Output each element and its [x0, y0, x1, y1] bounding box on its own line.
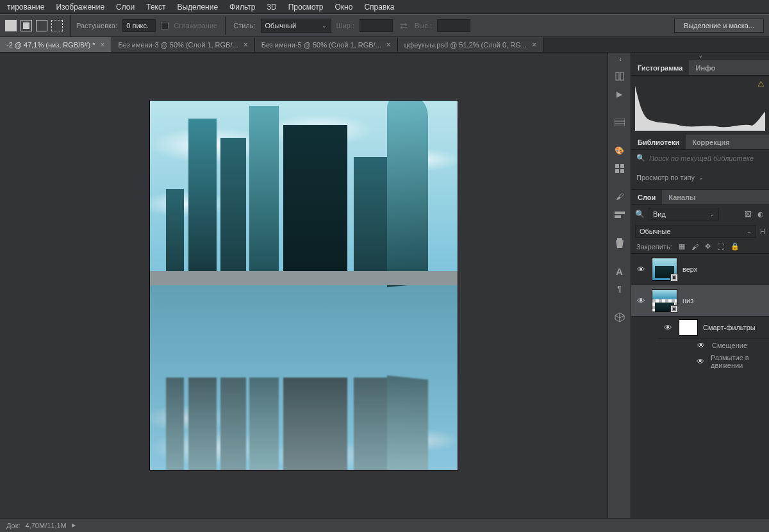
- close-tab-icon[interactable]: ×: [386, 40, 391, 49]
- svg-rect-11: [617, 238, 622, 240]
- layer-visibility-icon[interactable]: 👁: [697, 341, 706, 350]
- menu-item[interactable]: Просмотр: [283, 1, 329, 13]
- histogram-warning-icon[interactable]: ⚠: [756, 79, 765, 88]
- layer-thumbnail[interactable]: ▣: [652, 258, 677, 281]
- document-tab[interactable]: -2 @ 47,1% (низ, RGB/8#) * ×: [0, 37, 112, 52]
- paragraph-panel-icon[interactable]: ¶: [610, 281, 629, 297]
- menu-bar: тирование Изображение Слои Текст Выделен…: [0, 0, 769, 14]
- svg-rect-2: [615, 119, 625, 126]
- close-tab-icon[interactable]: ×: [244, 40, 248, 49]
- document-tab[interactable]: Без имени-5 @ 50% (Слой 1, RGB/... ×: [255, 37, 398, 52]
- close-tab-icon[interactable]: ×: [532, 40, 536, 49]
- layer-name[interactable]: верх: [682, 265, 697, 273]
- layer-visibility-icon[interactable]: 👁: [662, 323, 674, 333]
- menu-item[interactable]: Окно: [329, 1, 359, 13]
- style-select[interactable]: Обычный ⌄: [261, 19, 331, 33]
- 3d-panel-icon[interactable]: [610, 309, 629, 326]
- menu-item[interactable]: Фильтр: [224, 1, 261, 13]
- menu-item[interactable]: Выделение: [171, 1, 224, 13]
- svg-rect-9: [615, 212, 625, 214]
- menu-item[interactable]: Справка: [358, 1, 400, 13]
- clone-source-panel-icon[interactable]: [610, 235, 629, 251]
- filter-image-icon[interactable]: 🖼: [743, 210, 752, 219]
- lock-artboard-icon[interactable]: ⛶: [717, 243, 724, 251]
- style-select-value: Обычный: [265, 22, 297, 29]
- svg-rect-10: [615, 215, 621, 218]
- add-selection-icon[interactable]: [21, 20, 32, 31]
- smart-filter-name: Смещение: [712, 342, 747, 349]
- color-panel-icon[interactable]: 🎨: [610, 142, 629, 159]
- antialias-checkbox[interactable]: [161, 22, 169, 29]
- brush-presets-panel-icon[interactable]: [610, 206, 629, 223]
- height-label: Выс.:: [415, 22, 432, 29]
- new-selection-icon[interactable]: [5, 20, 17, 31]
- svg-rect-6: [620, 164, 624, 168]
- lock-position-icon[interactable]: ✥: [705, 242, 711, 251]
- layer-row[interactable]: 👁 ▣ низ: [631, 285, 769, 317]
- menu-item[interactable]: тирование: [1, 1, 50, 13]
- menu-item[interactable]: Изображение: [50, 1, 110, 13]
- selection-mode-group: [5, 15, 71, 37]
- close-tab-icon[interactable]: ×: [100, 40, 104, 49]
- layer-visibility-icon[interactable]: 👁: [635, 296, 647, 306]
- blend-mode-select[interactable]: Обычные ⌄: [635, 225, 756, 238]
- tab-correction[interactable]: Коррекция: [686, 135, 736, 149]
- options-bar: Растушевка: Сглаживание Стиль: Обычный ⌄…: [0, 14, 769, 37]
- document-tab[interactable]: цфеукыы.psd @ 51,2% (Слой 0, RG... ×: [398, 37, 543, 52]
- swatches-panel-icon[interactable]: [610, 114, 629, 131]
- layer-name[interactable]: низ: [682, 297, 693, 304]
- opacity-label: Н: [760, 228, 765, 235]
- panel-stack: ‹‹ Гистограмма Инфо ⚠ Библиотеки Коррекц…: [631, 53, 769, 518]
- filter-adjustment-icon[interactable]: ◐: [756, 210, 765, 219]
- feather-input[interactable]: [122, 19, 156, 32]
- menu-item[interactable]: 3D: [261, 1, 282, 13]
- character-panel-icon[interactable]: A: [610, 263, 629, 279]
- styles-panel-icon[interactable]: [610, 160, 629, 177]
- library-view-type[interactable]: Просмотр по типу ⌄: [636, 174, 764, 181]
- search-icon: 🔍: [636, 154, 645, 162]
- tab-info[interactable]: Инфо: [689, 60, 722, 75]
- filter-mask-thumbnail[interactable]: [679, 319, 698, 336]
- history-panel-icon[interactable]: [610, 68, 629, 85]
- select-and-mask-button[interactable]: Выделение и маска...: [674, 19, 764, 33]
- library-search[interactable]: 🔍 Поиск по текущей библиотеке: [636, 154, 764, 162]
- style-label: Стиль:: [233, 22, 255, 29]
- library-search-placeholder: Поиск по текущей библиотеке: [649, 154, 754, 162]
- smart-object-badge-icon: ▣: [670, 274, 678, 281]
- svg-rect-0: [616, 72, 619, 80]
- svg-rect-7: [615, 169, 619, 173]
- intersect-selection-icon[interactable]: [51, 20, 63, 31]
- tab-libraries[interactable]: Библиотеки: [631, 135, 686, 149]
- layer-kind-select[interactable]: Вид ⌄: [649, 208, 719, 220]
- subtract-selection-icon[interactable]: [36, 20, 47, 31]
- smart-filter-item[interactable]: 👁 Размытие в движении: [658, 352, 769, 371]
- tab-channels[interactable]: Каналы: [662, 190, 702, 204]
- tab-layers[interactable]: Слои: [631, 190, 662, 204]
- layer-thumbnail[interactable]: ▣: [652, 289, 677, 312]
- status-menu-icon[interactable]: ▶: [72, 522, 76, 528]
- menu-item[interactable]: Текст: [140, 1, 171, 13]
- right-panels: ‹‹ ▶ 🎨 🖌 A ¶ ‹‹ Гистограмма Инфо: [608, 53, 769, 518]
- swap-dimensions-icon[interactable]: ⇄: [398, 20, 409, 31]
- library-view-type-label: Просмотр по типу: [636, 174, 695, 181]
- layer-row[interactable]: 👁 ▣ верх: [631, 254, 769, 285]
- layer-visibility-icon[interactable]: 👁: [635, 265, 647, 274]
- tab-histogram[interactable]: Гистограмма: [631, 60, 689, 75]
- canvas-area[interactable]: [0, 53, 608, 518]
- smart-filters-row[interactable]: 👁 Смарт-фильтры: [658, 317, 769, 339]
- chevron-down-icon: ⌄: [709, 211, 715, 217]
- smart-filter-item[interactable]: 👁 Смещение: [658, 339, 769, 352]
- lock-all-icon[interactable]: 🔒: [731, 242, 740, 251]
- lock-transparency-icon[interactable]: ▦: [679, 242, 685, 251]
- chevron-down-icon: ⌄: [322, 22, 327, 29]
- layer-visibility-icon[interactable]: 👁: [697, 357, 704, 366]
- search-icon[interactable]: 🔍: [635, 210, 645, 219]
- feather-label: Растушевка:: [76, 22, 117, 29]
- actions-panel-icon[interactable]: ▶: [610, 86, 629, 103]
- lock-pixels-icon[interactable]: 🖌: [691, 243, 699, 251]
- brush-panel-icon[interactable]: 🖌: [610, 188, 629, 205]
- layers-panel: 🔍 Вид ⌄ 🖼 ◐ Обычные ⌄ Н: [631, 205, 769, 518]
- libraries-panel-tabs: Библиотеки Коррекция: [631, 135, 769, 150]
- document-tab[interactable]: Без имени-3 @ 50% (Слой 1, RGB/... ×: [112, 37, 255, 52]
- menu-item[interactable]: Слои: [110, 1, 140, 13]
